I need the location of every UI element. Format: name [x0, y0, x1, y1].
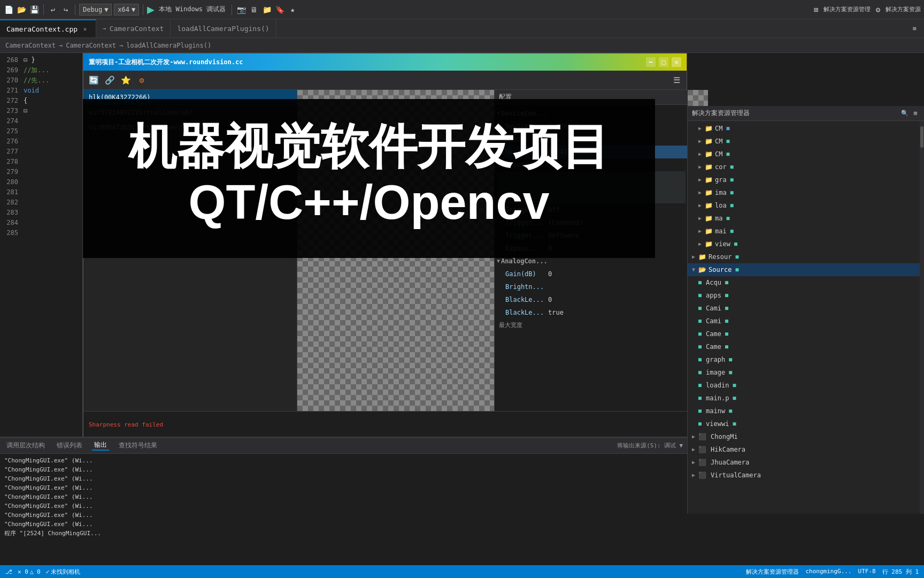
right-panel-toggle[interactable]: ☰ — [669, 73, 683, 87]
tab-label-cpp: CameraContext.cpp — [6, 25, 78, 33]
output-source-dropdown-icon[interactable]: ▼ — [679, 442, 683, 449]
bp-tab-call-hierarchy[interactable]: 调用层次结构 — [4, 441, 47, 450]
sidebar-item-came3[interactable]: ■ Came ■ — [688, 328, 924, 340]
solution-explorer-icon[interactable]: ⊞ — [811, 4, 821, 15]
bp-tab-output[interactable]: 输出 — [92, 440, 109, 451]
camera-icon[interactable]: 📷 — [236, 4, 247, 15]
badge-mainw: ■ — [729, 406, 732, 416]
expand-icon-3: ▶ — [698, 149, 702, 159]
file-badge-ima: ■ — [730, 187, 734, 198]
minimize-button[interactable]: — — [646, 57, 656, 67]
settings2-button[interactable]: ⚙ — [135, 73, 149, 87]
link-button[interactable]: 🔗 — [103, 73, 117, 87]
output-line-8: "ChongMingGUI.exe" (Wi... — [4, 520, 683, 529]
folder-icon-4: 📁 — [705, 162, 713, 172]
sidebar-item-gra[interactable]: ▶ 📁 gra ■ — [688, 173, 924, 186]
prop-value-gain: 0 — [548, 269, 552, 279]
bookmark-icon[interactable]: 🔖 — [274, 4, 285, 15]
status-right-area: 解决方案资源管理器 chongmingG... UTF-8 行 285 列 1 — [746, 568, 919, 576]
status-item-errors: ✕ 0 △ 0 — [18, 568, 41, 575]
sidebar-item-mainp[interactable]: ■ main.p ■ — [688, 392, 924, 405]
redo-icon[interactable]: ↪ — [60, 4, 71, 15]
sidebar-item-apps[interactable]: ■ apps ■ — [688, 289, 924, 302]
breadcrumb-part-2: CameraContext — [66, 42, 116, 49]
sidebar-item-mainw[interactable]: ■ mainw ■ — [688, 405, 924, 417]
close-button[interactable]: ✕ — [672, 57, 681, 67]
sidebar-item-ma[interactable]: ▶ 📁 ma ■ — [688, 212, 924, 225]
output-lines-container: "ChongMingGUI.exe" (Wi... "ChongMingGUI.… — [0, 454, 687, 540]
panel-icon[interactable]: ☰ — [669, 73, 683, 87]
run-button[interactable]: ▶ — [147, 4, 155, 16]
chevron-down-icon: ▼ — [104, 6, 108, 13]
sidebar-item-cami2[interactable]: ■ Cami ■ — [688, 315, 924, 328]
sidebar-item-virtualcam[interactable]: ▶ ⬛ VirtualCamera — [688, 469, 924, 482]
sidebar-label-chongmi: ChongMi — [711, 431, 738, 442]
expand-icon-8: ▶ — [698, 213, 702, 224]
sidebar-label-virtualcam: VirtualCamera — [711, 470, 761, 481]
sidebar-search-icon[interactable]: 🔍 — [900, 109, 909, 118]
tab-loadall[interactable]: loadAllCameraPlugins() — [171, 19, 276, 37]
tab-cameracontext[interactable]: → CameraContext — [96, 19, 171, 37]
sidebar-item-loadin[interactable]: ■ loadin ■ — [688, 379, 924, 392]
sidebar-item-acqu[interactable]: ■ Acqu ■ — [688, 276, 924, 289]
code-line-273: { — [21, 96, 82, 106]
sidebar-item-jhuacam[interactable]: ▶ ⬛ JhuaCamera — [688, 456, 924, 469]
folder2-icon[interactable]: 📁 — [261, 4, 272, 15]
star-button[interactable]: ⭐ — [119, 73, 133, 87]
sidebar-filter-icon[interactable]: ⊞ — [911, 109, 920, 118]
maximize-button[interactable]: □ — [659, 57, 668, 67]
sidebar-item-loa[interactable]: ▶ 📁 loa ■ — [688, 199, 924, 212]
save-icon[interactable]: 💾 — [29, 4, 40, 15]
sidebar-title: 解决方案资源管理器 — [692, 109, 750, 118]
sidebar-item-chongmi[interactable]: ▶ ⬛ ChongMi — [688, 430, 924, 443]
sidebar-item-cm2[interactable]: ▶ 📁 CM ■ — [688, 135, 924, 148]
file-type-badge: ■ — [726, 123, 729, 134]
right-sidebar: 解决方案资源管理器 🔍 ⊞ ▶ 📁 CM ■ ▶ 📁 CM ■ ▶ — [687, 106, 924, 514]
sidebar-item-came4[interactable]: ■ Came ■ — [688, 340, 924, 353]
badge-came4: ■ — [725, 341, 728, 352]
sidebar-scrollbar[interactable] — [920, 121, 924, 514]
sidebar-item-resour[interactable]: ▶ 📁 Resour ■ — [688, 250, 924, 263]
sidebar-item-viewwi[interactable]: ■ viewwi ■ — [688, 417, 924, 430]
sidebar-item-image[interactable]: ■ image ■ — [688, 366, 924, 379]
output-line-2: "ChongMingGUI.exe" (Wi... — [4, 465, 683, 474]
check-icon: ✓ — [46, 568, 50, 575]
breadcrumb-sep-2: → — [119, 42, 123, 49]
bp-tab-error-list[interactable]: 错误列表 — [55, 441, 84, 450]
sidebar-item-cm1[interactable]: ▶ 📁 CM ■ — [688, 122, 924, 135]
overlay-line2: QT/C++/Opencv — [115, 173, 623, 231]
open-folder-icon[interactable]: 📂 — [16, 4, 27, 15]
tab-close-cpp[interactable]: ✕ — [81, 25, 89, 33]
sidebar-item-cm3[interactable]: ▶ 📁 CM ■ — [688, 148, 924, 161]
sidebar-item-view[interactable]: ▶ 📁 view ■ — [688, 238, 924, 250]
debug-config-dropdown[interactable]: Debug ▼ — [79, 4, 112, 16]
platform-dropdown[interactable]: x64 ▼ — [114, 4, 139, 16]
project-icon-hikcam: ⬛ — [698, 444, 706, 455]
expand-icon-15: ▶ — [692, 457, 695, 468]
settings-icon[interactable]: ⚙ — [873, 4, 883, 15]
bp-tab-find-symbol[interactable]: 查找符号结果 — [117, 441, 159, 450]
sidebar-label-mainw: mainw — [706, 406, 725, 416]
sidebar-item-hikcamera[interactable]: ▶ ⬛ HikCamera — [688, 443, 924, 456]
expand-icon-13: ▶ — [692, 431, 695, 442]
tab-label-context: CameraContext — [110, 25, 164, 33]
sidebar-item-ima[interactable]: ▶ 📁 ima ■ — [688, 186, 924, 199]
file-icon-image: ■ — [698, 367, 702, 378]
sidebar-item-cor[interactable]: ▶ 📁 cor ■ — [688, 161, 924, 173]
sidebar-item-graph[interactable]: ■ graph ■ — [688, 353, 924, 366]
new-file-icon[interactable]: 📄 — [3, 4, 14, 15]
monitor-icon[interactable]: 🖥 — [249, 4, 259, 15]
file-icon-came4: ■ — [698, 341, 702, 352]
tabs-list-icon[interactable]: ≡ — [909, 23, 920, 34]
tab-cameracontext-cpp[interactable]: CameraContext.cpp ✕ — [0, 19, 96, 37]
star-icon[interactable]: ★ — [287, 4, 298, 15]
sidebar-item-source[interactable]: ▼ 📂 Source ■ — [688, 263, 924, 276]
code-line-281: ⊟ — [21, 106, 82, 116]
refresh-button[interactable]: 🔄 — [87, 73, 101, 87]
sidebar-item-cami1[interactable]: ■ Cami ■ — [688, 302, 924, 315]
sidebar-label-cami1: Cami — [706, 303, 721, 314]
project-icon-chongmi: ⬛ — [698, 431, 706, 442]
undo-icon[interactable]: ↩ — [48, 4, 58, 15]
sidebar-item-mai[interactable]: ▶ 📁 mai ■ — [688, 225, 924, 238]
folder-icon-2: 📁 — [705, 136, 713, 147]
